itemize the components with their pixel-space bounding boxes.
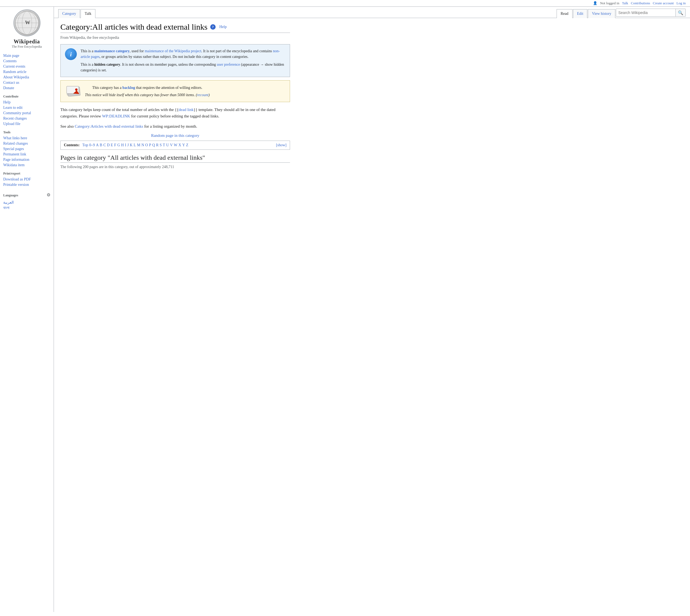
sidebar-item-arabic[interactable]: العربية [3,200,50,205]
tab-talk[interactable]: Talk [81,9,96,18]
page-title-row: Category:All articles with dead external… [60,22,290,33]
contents-p[interactable]: P [149,143,151,147]
contents-u[interactable]: U [166,143,169,147]
maintenance-category-link[interactable]: maintenance category [94,49,130,53]
sidebar-item-current-events[interactable]: Current events [3,64,50,69]
sidebar-item-learn-to-edit[interactable]: Learn to edit [3,105,50,110]
site-name: Wikipedia [3,39,50,45]
contents-h[interactable]: H [121,143,124,147]
contents-r[interactable]: R [156,143,159,147]
talk-link[interactable]: Talk [622,1,628,5]
contents-09[interactable]: 0–9 [89,143,95,147]
contents-a[interactable]: A [96,143,99,147]
sidebar-item-wikidata-item[interactable]: Wikidata item [3,162,50,168]
sidebar-item-recent-changes[interactable]: Recent changes [3,116,50,121]
contents-j[interactable]: J [127,143,129,147]
contents-w[interactable]: W [174,143,177,147]
sidebar-tools: Tools What links here Related changes Sp… [3,130,50,168]
contents-m[interactable]: M [137,143,140,147]
help-link[interactable]: Help [219,25,227,29]
random-page-container: Random page in this category [60,133,290,138]
sidebar-item-contact-us[interactable]: Contact us [3,80,50,85]
contents-show[interactable]: [show] [276,143,287,147]
contents-q[interactable]: Q [152,143,155,147]
sidebar-languages: Languages ⚙ العربية বাংলা [3,191,50,211]
user-icon: 👤 [593,1,597,5]
contents-t[interactable]: T [163,143,165,147]
contents-g[interactable]: G [117,143,120,147]
contents-x[interactable]: X [179,143,181,147]
sidebar-item-related-changes[interactable]: Related changes [3,141,50,146]
tab-view-history[interactable]: View history [588,9,615,18]
sidebar: W Wikipedia The Free Encyclopedia Main p… [0,7,54,612]
search-input[interactable] [616,9,675,16]
contents-s[interactable]: S [160,143,162,147]
tools-title: Tools [3,130,50,134]
sidebar-item-main-page[interactable]: Main page [3,53,50,59]
tab-bar: Category Talk Read Edit View history 🔍 [54,7,690,18]
tab-read[interactable]: Read [557,9,572,18]
site-logo[interactable]: W Wikipedia The Free Encyclopedia [3,9,50,49]
wp-deadlink-link[interactable]: WP:DEADLINK [102,114,130,118]
contents-e[interactable]: E [111,143,113,147]
languages-gear-icon[interactable]: ⚙ [47,192,50,197]
logo-globe: W [14,9,40,36]
contents-c[interactable]: C [103,143,106,147]
sidebar-item-download-pdf[interactable]: Download as PDF [3,177,50,182]
contents-z[interactable]: Z [186,143,188,147]
sidebar-navigation: Main page Contents Current events Random… [3,53,50,91]
contents-d[interactable]: D [107,143,110,147]
contents-k[interactable]: K [130,143,132,147]
contribute-title: Contribute [3,94,50,98]
sidebar-item-page-information[interactable]: Page information [3,157,50,162]
not-logged-in-text: Not logged in [600,1,620,5]
contributions-link[interactable]: Contributions [631,1,650,5]
content-area: Category Talk Read Edit View history 🔍 C… [54,7,690,612]
contents-label: Contents: [64,143,80,147]
sidebar-item-what-links-here[interactable]: What links here [3,135,50,141]
maintenance-wiki-link[interactable]: maintenance of the Wikipedia project [145,49,201,53]
top-bar: 👤 Not logged in Talk Contributions Creat… [0,0,690,7]
body-paragraph-1: This category helps keep count of the to… [60,106,290,119]
contents-l[interactable]: L [134,143,136,147]
backlog-box: This category has a backlog that require… [60,80,290,102]
sidebar-item-community-portal[interactable]: Community portal [3,110,50,116]
tab-edit[interactable]: Edit [573,9,587,18]
contents-o[interactable]: O [145,143,148,147]
sidebar-print-export: Print/export Download as PDF Printable v… [3,172,50,188]
user-preference-link[interactable]: user preference [217,63,240,67]
contents-v[interactable]: V [170,143,173,147]
body-paragraph-2: See also Category:Articles with dead ext… [60,123,290,130]
sidebar-item-bangla[interactable]: বাংলা [3,205,50,211]
search-button[interactable]: 🔍 [675,9,685,17]
sidebar-item-donate[interactable]: Donate [3,85,50,91]
category-articles-link[interactable]: Category:Articles with dead external lin… [75,124,143,129]
sidebar-item-special-pages[interactable]: Special pages [3,146,50,152]
random-page-link[interactable]: Random page in this category [151,133,199,138]
sidebar-item-about-wikipedia[interactable]: About Wikipedia [3,74,50,80]
contents-b[interactable]: B [100,143,102,147]
sidebar-item-contents[interactable]: Contents [3,59,50,64]
contents-f[interactable]: F [114,143,116,147]
sidebar-contribute: Contribute Help Learn to edit Community … [3,94,50,127]
sidebar-item-random-article[interactable]: Random article [3,69,50,74]
contents-i[interactable]: I [125,143,126,147]
dead-link-link[interactable]: dead link [179,108,193,112]
info-icon: i [65,48,77,60]
pages-section-heading: Pages in category "All articles with dea… [60,154,290,163]
sidebar-item-printable-version[interactable]: Printable version [3,182,50,188]
contents-n[interactable]: N [142,143,144,147]
help-icon: ? [210,24,216,30]
log-in-link[interactable]: Log in [676,1,686,5]
sidebar-item-help[interactable]: Help [3,100,50,105]
sidebar-item-permanent-link[interactable]: Permanent link [3,152,50,157]
backlog-icon [65,84,81,98]
contents-top[interactable]: Top [82,143,88,147]
contents-y[interactable]: Y [182,143,185,147]
page-title: Category:All articles with dead external… [60,22,208,31]
recount-link[interactable]: recount [197,93,208,97]
sidebar-item-upload-file[interactable]: Upload file [3,121,50,127]
tab-category[interactable]: Category [58,9,80,18]
create-account-link[interactable]: Create account [653,1,674,5]
backlog-link[interactable]: backlog [122,86,135,90]
